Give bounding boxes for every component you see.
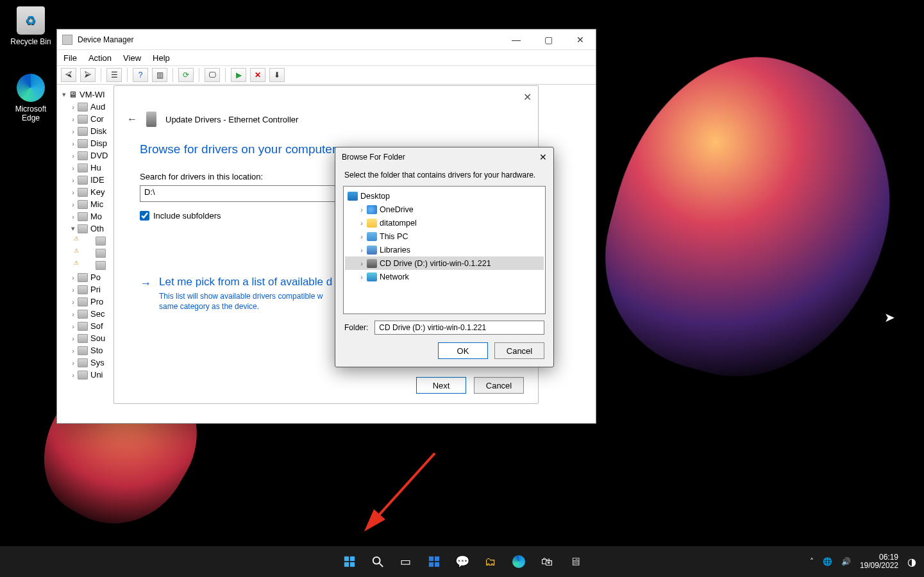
bff-node[interactable]: ›Network	[345, 270, 544, 283]
tree-item[interactable]: Aud	[90, 102, 105, 112]
tree-item[interactable]: Sys	[90, 358, 105, 367]
tree-item[interactable]: Po	[90, 272, 101, 282]
recycle-label: Recycle Bin	[5, 37, 56, 46]
arrow-right-icon: →	[140, 277, 151, 312]
edge-icon	[17, 74, 45, 102]
chevron-icon: ›	[357, 273, 367, 281]
taskbar: ▭ 💬 🗂 🛍 🖥 ˄ 🌐 🔊 06:19 19/09/2022 ◑	[0, 546, 924, 577]
svg-point-5	[373, 557, 380, 564]
tb-uninstall-icon[interactable]: ✕	[250, 68, 265, 82]
tree-item[interactable]: Pri	[90, 285, 101, 294]
tree-item[interactable]: Sof	[90, 321, 103, 331]
tb-help-icon[interactable]: ?	[133, 68, 148, 82]
chat-button[interactable]: 💬	[453, 553, 471, 571]
bff-close-button[interactable]: ✕	[539, 152, 547, 162]
ic-pc-icon	[367, 232, 377, 241]
svg-rect-2	[349, 556, 354, 561]
tree-item[interactable]: DVD	[90, 151, 108, 160]
edge-desktop-icon[interactable]: Microsoft Edge	[5, 74, 56, 122]
wizard-cancel-button[interactable]: Cancel	[474, 377, 524, 394]
tree-item[interactable]: IDE	[90, 175, 105, 185]
svg-line-0	[369, 453, 435, 526]
start-button[interactable]	[340, 553, 358, 571]
tree-item[interactable]: Hu	[90, 163, 101, 172]
menu-file[interactable]: File	[63, 53, 77, 63]
include-subfolders-input[interactable]	[140, 211, 149, 221]
tree-item[interactable]: Sto	[90, 346, 103, 355]
widgets-button[interactable]	[425, 553, 443, 571]
menu-view[interactable]: View	[123, 53, 141, 63]
tb-back-icon[interactable]: ⮘	[61, 68, 76, 82]
tree-item[interactable]: Uni	[90, 370, 103, 380]
wizard-next-button[interactable]: Next	[416, 377, 466, 394]
recycle-icon	[17, 6, 45, 35]
svg-rect-3	[344, 562, 348, 567]
bff-node[interactable]: ›ditatompel	[345, 216, 544, 230]
dm-close-button[interactable]: ✕	[570, 35, 591, 45]
dm-app-icon	[62, 35, 72, 45]
tree-item[interactable]: Sec	[90, 309, 105, 319]
svg-rect-1	[344, 556, 348, 561]
menu-help[interactable]: Help	[153, 53, 170, 63]
browse-for-folder-dialog: Browse For Folder ✕ Select the folder th…	[335, 147, 554, 367]
bff-node[interactable]: ›This PC	[345, 230, 544, 243]
wizard-close-button[interactable]: ✕	[523, 91, 532, 103]
bff-folder-label: Folder:	[344, 323, 368, 332]
tb-show-hidden-icon[interactable]: ☰	[106, 68, 122, 82]
tb-separator	[101, 68, 101, 82]
dm-minimize-button[interactable]: —	[506, 35, 526, 45]
tray-clock[interactable]: 06:19 19/09/2022	[860, 553, 898, 570]
tb-scan-icon[interactable]: 🖵	[205, 68, 220, 82]
device-manager-taskbar-button[interactable]: 🖥	[566, 553, 584, 571]
tb-add-legacy-icon[interactable]: ⬇	[269, 68, 285, 82]
bff-folder-tree[interactable]: Desktop ›OneDrive›ditatompel›This PC›Lib…	[343, 186, 546, 314]
tree-item[interactable]: Key	[90, 187, 105, 197]
wizard-back-button[interactable]: ←	[127, 113, 137, 125]
bff-cancel-button[interactable]: Cancel	[494, 342, 544, 359]
ethernet-icon	[146, 112, 156, 127]
tb-properties-icon[interactable]: ▥	[152, 68, 167, 82]
svg-rect-7	[428, 556, 433, 561]
tb-separator	[199, 68, 199, 82]
dm-menubar: File Action View Help	[57, 50, 596, 65]
desktop-icon	[348, 192, 358, 201]
svg-rect-9	[428, 562, 433, 567]
tree-item[interactable]: Disp	[90, 138, 107, 148]
ic-cd-icon	[367, 259, 377, 268]
ic-net-icon	[367, 272, 377, 281]
tree-item[interactable]: Cor	[90, 114, 104, 124]
edge-taskbar-button[interactable]	[510, 553, 528, 571]
menu-action[interactable]: Action	[88, 53, 112, 63]
recycle-bin-icon[interactable]: Recycle Bin	[5, 6, 56, 46]
tb-update-icon[interactable]: ⟳	[178, 68, 194, 82]
bff-node[interactable]: ›Libraries	[345, 243, 544, 256]
tree-item[interactable]: Mic	[90, 199, 103, 209]
bff-node-desktop[interactable]: Desktop	[345, 189, 544, 203]
tb-enable-icon[interactable]: ▶	[231, 68, 246, 82]
dm-maximize-button[interactable]: ▢	[538, 35, 559, 45]
tree-item[interactable]: Sou	[90, 333, 105, 343]
store-button[interactable]: 🛍	[538, 553, 556, 571]
tree-item[interactable]: Oth	[90, 224, 104, 233]
tree-item[interactable]: Pro	[90, 297, 103, 306]
tb-separator	[127, 68, 128, 82]
bff-node[interactable]: ›OneDrive	[345, 203, 544, 216]
dm-title: Device Manager	[78, 35, 133, 44]
tree-item[interactable]: Mo	[90, 212, 102, 221]
dm-titlebar[interactable]: Device Manager — ▢ ✕	[57, 29, 596, 50]
task-view-button[interactable]: ▭	[397, 553, 415, 571]
tree-item[interactable]: Disk	[90, 126, 106, 136]
tray-network-icon[interactable]: 🌐	[823, 557, 832, 566]
bff-node[interactable]: ›CD Drive (D:) virtio-win-0.1.221	[345, 256, 544, 270]
ic-folder-icon	[367, 219, 377, 228]
tray-notifications-icon[interactable]: ◑	[907, 556, 916, 568]
tree-root[interactable]: VM-WI	[80, 90, 105, 99]
tray-overflow-icon[interactable]: ˄	[810, 557, 814, 566]
explorer-button[interactable]: 🗂	[482, 553, 500, 571]
search-button[interactable]	[369, 553, 387, 571]
tb-forward-icon[interactable]: ⮚	[80, 68, 96, 82]
ic-lib-icon	[367, 246, 377, 255]
tray-volume-icon[interactable]: 🔊	[841, 557, 851, 566]
bff-ok-button[interactable]: OK	[438, 342, 488, 359]
bff-folder-input[interactable]	[374, 321, 544, 335]
